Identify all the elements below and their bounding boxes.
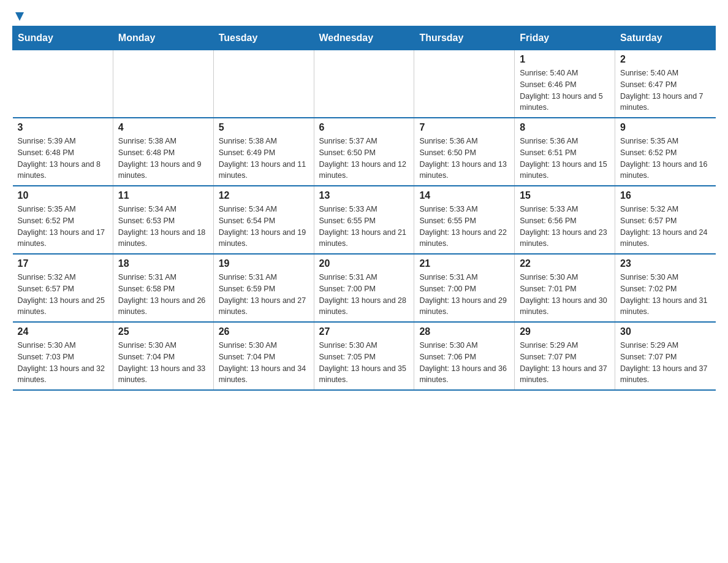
calendar-cell: 17Sunrise: 5:32 AMSunset: 6:57 PMDayligh…	[13, 254, 113, 322]
day-number: 12	[219, 190, 309, 201]
day-number: 25	[118, 326, 208, 337]
calendar-cell: 6Sunrise: 5:37 AMSunset: 6:50 PMDaylight…	[314, 118, 414, 186]
day-info: Sunrise: 5:34 AMSunset: 6:54 PMDaylight:…	[219, 204, 309, 250]
calendar-cell: 19Sunrise: 5:31 AMSunset: 6:59 PMDayligh…	[213, 254, 314, 322]
calendar-cell: 1Sunrise: 5:40 AMSunset: 6:46 PMDaylight…	[515, 50, 615, 118]
day-info: Sunrise: 5:33 AMSunset: 6:55 PMDaylight:…	[319, 204, 409, 250]
calendar-cell: 22Sunrise: 5:30 AMSunset: 7:01 PMDayligh…	[515, 254, 615, 322]
day-number: 5	[219, 122, 309, 133]
day-number: 27	[319, 326, 409, 337]
day-info: Sunrise: 5:32 AMSunset: 6:57 PMDaylight:…	[18, 272, 108, 318]
day-number: 15	[520, 190, 610, 201]
day-info: Sunrise: 5:31 AMSunset: 7:00 PMDaylight:…	[319, 272, 409, 318]
day-number: 3	[18, 122, 108, 133]
week-row-3: 10Sunrise: 5:35 AMSunset: 6:52 PMDayligh…	[13, 186, 716, 254]
day-info: Sunrise: 5:36 AMSunset: 6:50 PMDaylight:…	[419, 136, 509, 182]
week-row-1: 1Sunrise: 5:40 AMSunset: 6:46 PMDaylight…	[13, 50, 716, 118]
day-number: 11	[118, 190, 208, 201]
header-tuesday: Tuesday	[213, 26, 314, 50]
day-number: 1	[520, 54, 610, 65]
week-row-5: 24Sunrise: 5:30 AMSunset: 7:03 PMDayligh…	[13, 322, 716, 390]
day-info: Sunrise: 5:29 AMSunset: 7:07 PMDaylight:…	[620, 340, 710, 386]
day-info: Sunrise: 5:30 AMSunset: 7:03 PMDaylight:…	[18, 340, 108, 386]
calendar-cell: 27Sunrise: 5:30 AMSunset: 7:05 PMDayligh…	[314, 322, 414, 390]
header-friday: Friday	[515, 26, 615, 50]
day-number: 13	[319, 190, 409, 201]
calendar-cell	[213, 50, 314, 118]
calendar-cell: 18Sunrise: 5:31 AMSunset: 6:58 PMDayligh…	[113, 254, 213, 322]
day-info: Sunrise: 5:33 AMSunset: 6:55 PMDaylight:…	[419, 204, 509, 250]
header-saturday: Saturday	[615, 26, 716, 50]
calendar-cell: 11Sunrise: 5:34 AMSunset: 6:53 PMDayligh…	[113, 186, 213, 254]
calendar-header-row: SundayMondayTuesdayWednesdayThursdayFrid…	[13, 26, 716, 50]
svg-marker-0	[15, 12, 24, 21]
day-number: 26	[219, 326, 309, 337]
day-number: 14	[419, 190, 509, 201]
day-info: Sunrise: 5:30 AMSunset: 7:04 PMDaylight:…	[118, 340, 208, 386]
day-info: Sunrise: 5:30 AMSunset: 7:06 PMDaylight:…	[419, 340, 509, 386]
calendar-cell: 29Sunrise: 5:29 AMSunset: 7:07 PMDayligh…	[515, 322, 615, 390]
day-number: 6	[319, 122, 409, 133]
day-info: Sunrise: 5:35 AMSunset: 6:52 PMDaylight:…	[18, 204, 108, 250]
day-number: 8	[520, 122, 610, 133]
calendar-cell: 10Sunrise: 5:35 AMSunset: 6:52 PMDayligh…	[13, 186, 113, 254]
day-number: 20	[319, 258, 409, 269]
calendar-cell: 28Sunrise: 5:30 AMSunset: 7:06 PMDayligh…	[414, 322, 515, 390]
day-number: 24	[18, 326, 108, 337]
day-number: 19	[219, 258, 309, 269]
calendar-cell: 13Sunrise: 5:33 AMSunset: 6:55 PMDayligh…	[314, 186, 414, 254]
calendar-cell: 9Sunrise: 5:35 AMSunset: 6:52 PMDaylight…	[615, 118, 716, 186]
logo	[12, 12, 26, 20]
week-row-2: 3Sunrise: 5:39 AMSunset: 6:48 PMDaylight…	[13, 118, 716, 186]
day-number: 18	[118, 258, 208, 269]
day-info: Sunrise: 5:31 AMSunset: 6:58 PMDaylight:…	[118, 272, 208, 318]
day-info: Sunrise: 5:40 AMSunset: 6:46 PMDaylight:…	[520, 67, 610, 113]
calendar-cell	[13, 50, 113, 118]
day-number: 10	[18, 190, 108, 201]
calendar-cell	[414, 50, 515, 118]
day-number: 28	[419, 326, 509, 337]
calendar-cell: 25Sunrise: 5:30 AMSunset: 7:04 PMDayligh…	[113, 322, 213, 390]
day-info: Sunrise: 5:34 AMSunset: 6:53 PMDaylight:…	[118, 204, 208, 250]
day-info: Sunrise: 5:30 AMSunset: 7:02 PMDaylight:…	[620, 272, 710, 318]
day-info: Sunrise: 5:38 AMSunset: 6:49 PMDaylight:…	[219, 136, 309, 182]
calendar-cell: 4Sunrise: 5:38 AMSunset: 6:48 PMDaylight…	[113, 118, 213, 186]
calendar-cell	[113, 50, 213, 118]
day-info: Sunrise: 5:31 AMSunset: 6:59 PMDaylight:…	[219, 272, 309, 318]
day-number: 29	[520, 326, 610, 337]
calendar-cell: 7Sunrise: 5:36 AMSunset: 6:50 PMDaylight…	[414, 118, 515, 186]
calendar-cell: 30Sunrise: 5:29 AMSunset: 7:07 PMDayligh…	[615, 322, 716, 390]
calendar-cell: 23Sunrise: 5:30 AMSunset: 7:02 PMDayligh…	[615, 254, 716, 322]
header-sunday: Sunday	[13, 26, 113, 50]
day-info: Sunrise: 5:33 AMSunset: 6:56 PMDaylight:…	[520, 204, 610, 250]
day-number: 7	[419, 122, 509, 133]
calendar-cell: 26Sunrise: 5:30 AMSunset: 7:04 PMDayligh…	[213, 322, 314, 390]
calendar-cell: 15Sunrise: 5:33 AMSunset: 6:56 PMDayligh…	[515, 186, 615, 254]
week-row-4: 17Sunrise: 5:32 AMSunset: 6:57 PMDayligh…	[13, 254, 716, 322]
day-info: Sunrise: 5:30 AMSunset: 7:05 PMDaylight:…	[319, 340, 409, 386]
day-info: Sunrise: 5:35 AMSunset: 6:52 PMDaylight:…	[620, 136, 710, 182]
day-info: Sunrise: 5:30 AMSunset: 7:04 PMDaylight:…	[219, 340, 309, 386]
day-info: Sunrise: 5:37 AMSunset: 6:50 PMDaylight:…	[319, 136, 409, 182]
day-number: 2	[620, 54, 710, 65]
header-thursday: Thursday	[414, 26, 515, 50]
day-info: Sunrise: 5:36 AMSunset: 6:51 PMDaylight:…	[520, 136, 610, 182]
day-number: 17	[18, 258, 108, 269]
calendar-cell	[314, 50, 414, 118]
calendar-cell: 16Sunrise: 5:32 AMSunset: 6:57 PMDayligh…	[615, 186, 716, 254]
day-info: Sunrise: 5:31 AMSunset: 7:00 PMDaylight:…	[419, 272, 509, 318]
day-info: Sunrise: 5:30 AMSunset: 7:01 PMDaylight:…	[520, 272, 610, 318]
header-monday: Monday	[113, 26, 213, 50]
day-number: 23	[620, 258, 710, 269]
day-number: 9	[620, 122, 710, 133]
calendar-cell: 12Sunrise: 5:34 AMSunset: 6:54 PMDayligh…	[213, 186, 314, 254]
day-info: Sunrise: 5:40 AMSunset: 6:47 PMDaylight:…	[620, 67, 710, 113]
calendar-cell: 8Sunrise: 5:36 AMSunset: 6:51 PMDaylight…	[515, 118, 615, 186]
day-info: Sunrise: 5:38 AMSunset: 6:48 PMDaylight:…	[118, 136, 208, 182]
day-info: Sunrise: 5:29 AMSunset: 7:07 PMDaylight:…	[520, 340, 610, 386]
header-wednesday: Wednesday	[314, 26, 414, 50]
calendar-cell: 24Sunrise: 5:30 AMSunset: 7:03 PMDayligh…	[13, 322, 113, 390]
day-number: 16	[620, 190, 710, 201]
calendar-cell: 20Sunrise: 5:31 AMSunset: 7:00 PMDayligh…	[314, 254, 414, 322]
calendar-cell: 2Sunrise: 5:40 AMSunset: 6:47 PMDaylight…	[615, 50, 716, 118]
